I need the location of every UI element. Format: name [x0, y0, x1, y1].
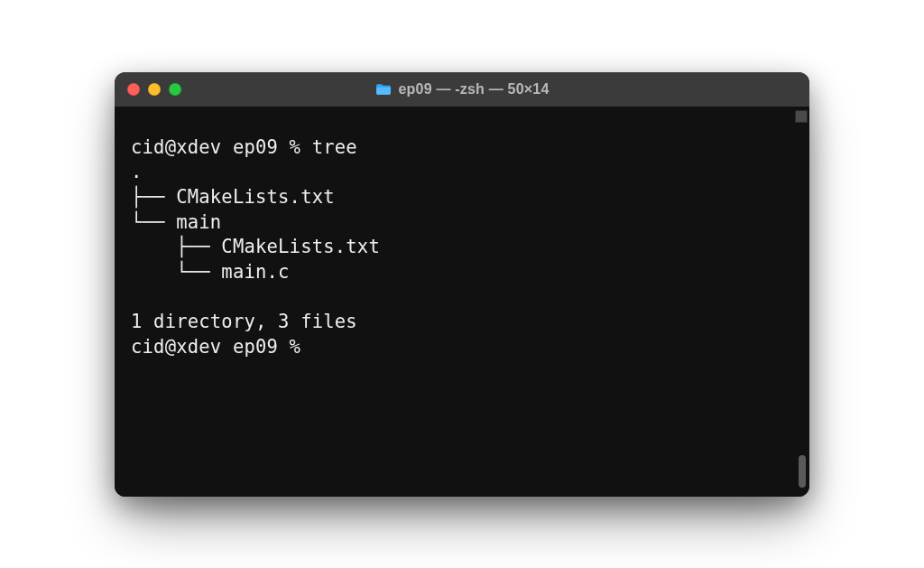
folder-icon [375, 83, 392, 96]
output-line: └── main.c [131, 261, 290, 283]
output-line: ├── CMakeLists.txt [131, 186, 335, 208]
output-line: └── main [131, 211, 221, 233]
window-title: ep09 — -zsh — 50×14 [115, 81, 809, 98]
scroll-indicator-icon [795, 110, 808, 123]
prompt-line: cid@xdev ep09 % [131, 336, 312, 358]
terminal-output[interactable]: cid@xdev ep09 % tree . ├── CMakeLists.tx… [115, 107, 809, 360]
output-line: 1 directory, 3 files [131, 311, 357, 332]
traffic-lights [127, 83, 181, 96]
window-title-text: ep09 — -zsh — 50×14 [399, 81, 550, 98]
titlebar[interactable]: ep09 — -zsh — 50×14 [115, 72, 809, 107]
zoom-icon[interactable] [169, 83, 181, 96]
minimize-icon[interactable] [148, 83, 161, 96]
output-line: ├── CMakeLists.txt [131, 236, 380, 257]
scrollbar[interactable] [797, 110, 808, 493]
output-line: . [131, 161, 143, 182]
output-line: cid@xdev ep09 % tree [131, 136, 357, 158]
terminal-window: ep09 — -zsh — 50×14 cid@xdev ep09 % tree… [115, 72, 809, 497]
terminal-body[interactable]: cid@xdev ep09 % tree . ├── CMakeLists.tx… [115, 107, 809, 497]
close-icon[interactable] [127, 83, 140, 96]
scrollbar-thumb[interactable] [799, 455, 806, 488]
